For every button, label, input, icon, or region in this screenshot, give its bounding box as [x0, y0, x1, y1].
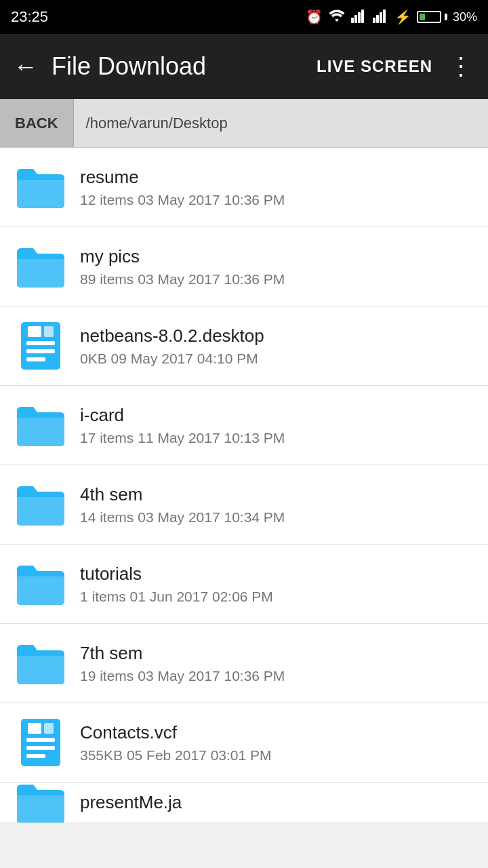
- svg-rect-10: [26, 349, 55, 353]
- list-item[interactable]: presentMe.ja: [0, 783, 488, 823]
- file-name: netbeans-8.0.2.desktop: [80, 326, 474, 347]
- file-name: tutorials: [80, 564, 474, 585]
- path-bar: BACK /home/varun/Desktop: [0, 99, 488, 148]
- file-meta: 12 items 03 May 2017 10:36 PM: [80, 192, 474, 208]
- svg-rect-5: [376, 15, 379, 23]
- folder-icon: [14, 398, 68, 452]
- file-name: my pics: [80, 246, 474, 267]
- current-path: /home/varun/Desktop: [74, 115, 228, 132]
- app-bar: ← File Download LIVE SCREEN ⋮: [0, 34, 488, 99]
- svg-rect-13: [44, 326, 54, 337]
- file-meta: 1 items 01 Jun 2017 02:06 PM: [80, 589, 474, 605]
- battery-percent: 30%: [453, 10, 477, 24]
- folder-icon: [14, 783, 68, 823]
- svg-rect-3: [361, 9, 364, 23]
- svg-rect-19: [44, 723, 54, 734]
- svg-rect-2: [358, 12, 361, 23]
- list-item[interactable]: tutorials1 items 01 Jun 2017 02:06 PM: [0, 545, 488, 624]
- alarm-icon: ⏰: [306, 9, 323, 25]
- svg-rect-15: [26, 738, 55, 742]
- wifi-icon: [328, 8, 346, 26]
- svg-rect-1: [354, 15, 357, 23]
- battery: 30%: [417, 10, 477, 24]
- file-name: 7th sem: [80, 643, 474, 664]
- svg-rect-9: [26, 341, 55, 345]
- file-list: resume12 items 03 May 2017 10:36 PM my p…: [0, 148, 488, 823]
- list-item[interactable]: netbeans-8.0.2.desktop0KB 09 May 2017 04…: [0, 307, 488, 386]
- more-options-button[interactable]: ⋮: [449, 52, 474, 81]
- file-name: Contacts.vcf: [80, 722, 474, 743]
- file-name: presentMe.ja: [80, 792, 474, 813]
- list-item[interactable]: Contacts.vcf355KB 05 Feb 2017 03:01 PM: [0, 703, 488, 783]
- status-time: 23:25: [11, 8, 48, 26]
- file-name: resume: [80, 167, 474, 188]
- svg-rect-16: [26, 746, 55, 750]
- page-title: File Download: [52, 52, 317, 81]
- file-name: i-card: [80, 405, 474, 426]
- svg-rect-4: [373, 18, 375, 23]
- folder-icon: [14, 557, 68, 611]
- file-icon: [14, 319, 68, 373]
- file-meta: 89 items 03 May 2017 10:36 PM: [80, 271, 474, 288]
- file-meta: 17 items 11 May 2017 10:13 PM: [80, 430, 474, 446]
- file-meta: 355KB 05 Feb 2017 03:01 PM: [80, 747, 474, 764]
- path-back-button[interactable]: BACK: [0, 99, 74, 147]
- file-meta: 19 items 03 May 2017 10:36 PM: [80, 668, 474, 684]
- svg-rect-18: [28, 723, 41, 734]
- status-icons: ⏰ ⚡: [306, 8, 477, 26]
- svg-rect-6: [380, 12, 382, 23]
- file-icon: [14, 715, 68, 770]
- charging-icon: ⚡: [394, 9, 411, 25]
- list-item[interactable]: 7th sem19 items 03 May 2017 10:36 PM: [0, 624, 488, 703]
- svg-rect-0: [351, 18, 354, 23]
- folder-icon: [14, 239, 68, 294]
- status-bar: 23:25 ⏰: [0, 0, 488, 34]
- list-item[interactable]: resume12 items 03 May 2017 10:36 PM: [0, 148, 488, 227]
- list-item[interactable]: my pics89 items 03 May 2017 10:36 PM: [0, 227, 488, 307]
- folder-icon: [14, 477, 68, 532]
- folder-icon: [14, 160, 68, 214]
- live-screen-button[interactable]: LIVE SCREEN: [317, 57, 432, 76]
- signal-icon-2: [373, 8, 389, 26]
- folder-icon: [14, 636, 68, 690]
- svg-rect-17: [26, 754, 45, 758]
- svg-rect-7: [383, 9, 386, 23]
- svg-rect-11: [26, 357, 45, 361]
- list-item[interactable]: i-card17 items 11 May 2017 10:13 PM: [0, 386, 488, 465]
- file-name: 4th sem: [80, 484, 474, 505]
- list-item[interactable]: 4th sem14 items 03 May 2017 10:34 PM: [0, 465, 488, 545]
- back-button[interactable]: ←: [14, 52, 38, 81]
- svg-rect-12: [28, 326, 41, 337]
- signal-icon-1: [351, 8, 367, 26]
- file-meta: 0KB 09 May 2017 04:10 PM: [80, 351, 474, 367]
- file-meta: 14 items 03 May 2017 10:34 PM: [80, 509, 474, 526]
